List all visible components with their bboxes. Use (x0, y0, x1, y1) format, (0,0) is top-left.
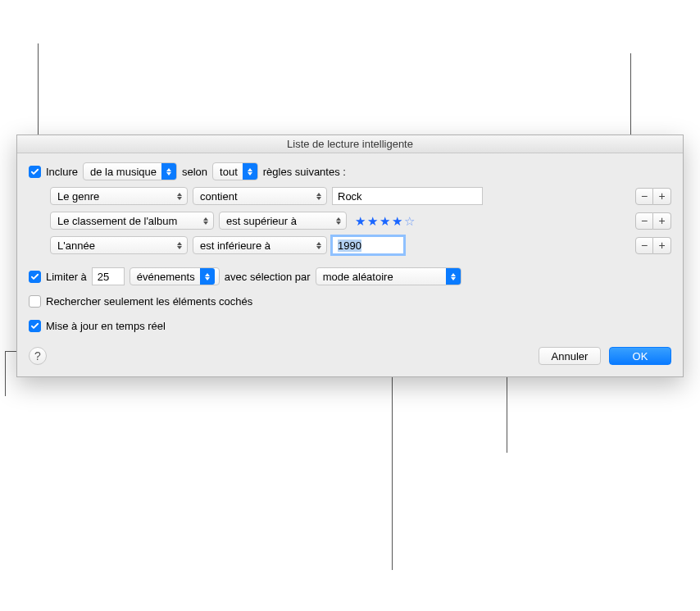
minus-icon: − (641, 189, 648, 203)
chevron-up-down-icon (243, 163, 257, 180)
help-button[interactable]: ? (29, 347, 47, 365)
dialog-title: Liste de lecture intelligente (17, 135, 683, 153)
remove-rule-button[interactable]: − (635, 237, 653, 254)
rule-field-value: Le classement de l'album (57, 215, 198, 227)
limit-label: Limiter à (46, 271, 87, 283)
rule-row: Le classement de l'album est supérieur à… (29, 211, 671, 230)
rule-operator-value: est supérieur à (226, 215, 331, 227)
chevron-up-down-icon (311, 237, 326, 253)
rule-pm-group: − + (635, 188, 671, 205)
rule-pm-group: − + (635, 237, 671, 254)
rule-field-value: Le genre (57, 190, 172, 203)
limit-row: Limiter à 25 événements avec sélection p… (29, 267, 671, 286)
chevron-up-down-icon (200, 268, 215, 285)
mode-popup-value: tout (220, 166, 243, 178)
rule-row: Le genre contient Rock − + (29, 186, 671, 206)
rule-row: L'année est inférieure à 1990 − + (29, 235, 671, 255)
chevron-up-down-icon (172, 188, 187, 204)
callout-leader (5, 351, 6, 396)
minus-icon: − (641, 214, 648, 227)
limit-unit-value: événements (137, 271, 200, 283)
live-update-checkbox[interactable] (29, 320, 41, 332)
rule-value-stars[interactable] (352, 215, 415, 227)
rule-operator-value: est inférieure à (200, 239, 311, 252)
rule-field-popup[interactable]: L'année (50, 236, 188, 254)
rule-operator-popup[interactable]: est supérieur à (219, 212, 347, 230)
rule-operator-popup[interactable]: est inférieure à (193, 236, 327, 254)
plus-icon: + (658, 189, 665, 203)
limit-with-label: avec sélection par (225, 271, 311, 283)
add-rule-button[interactable]: + (653, 237, 671, 254)
rule-pm-group: − + (635, 212, 671, 230)
remove-rule-button[interactable]: − (635, 188, 653, 205)
rule-operator-popup[interactable]: contient (193, 187, 327, 205)
star-icon (355, 215, 366, 227)
rule-value-input[interactable]: Rock (332, 187, 483, 205)
by-label: selon (182, 166, 207, 178)
cancel-button[interactable]: Annuler (539, 347, 601, 365)
smart-playlist-dialog: Liste de lecture intelligente Inclure de… (16, 135, 684, 377)
checked-only-checkbox[interactable] (29, 295, 41, 308)
limit-count-value: 25 (98, 271, 109, 283)
rule-field-popup[interactable]: Le genre (50, 187, 188, 205)
live-update-row: Mise à jour en temps réel (29, 316, 671, 335)
rule-value-text: Rock (338, 190, 362, 203)
remove-rule-button[interactable]: − (635, 212, 653, 230)
include-checkbox[interactable] (29, 166, 41, 178)
live-update-label: Mise à jour en temps réel (46, 320, 166, 332)
match-rule-row: Inclure de la musique selon tout règles … (29, 162, 671, 181)
star-icon (392, 215, 402, 227)
chevron-up-down-icon (446, 268, 461, 285)
rule-value-text: 1990 (338, 239, 361, 252)
plus-icon: + (658, 239, 665, 252)
help-icon: ? (34, 349, 41, 362)
cancel-button-label: Annuler (552, 350, 589, 362)
star-icon (367, 215, 378, 227)
checked-only-row: Rechercher seulement les éléments cochés (29, 291, 671, 311)
ok-button[interactable]: OK (609, 347, 671, 365)
plus-icon: + (658, 214, 665, 227)
rule-operator-value: contient (200, 190, 311, 203)
chevron-up-down-icon (172, 237, 187, 253)
source-popup-value: de la musique (90, 166, 161, 178)
limit-count-input[interactable]: 25 (92, 267, 125, 285)
dialog-actions: ? Annuler OK (29, 347, 671, 365)
star-icon (404, 215, 415, 227)
source-popup[interactable]: de la musique (83, 162, 177, 180)
add-rule-button[interactable]: + (653, 212, 671, 230)
include-label: Inclure (46, 166, 78, 178)
limit-unit-popup[interactable]: événements (130, 267, 220, 285)
rule-field-popup[interactable]: Le classement de l'album (50, 212, 214, 230)
dialog-title-text: Liste de lecture intelligente (287, 138, 413, 150)
mode-popup[interactable]: tout (212, 162, 258, 180)
limit-mode-value: mode aléatoire (323, 271, 446, 283)
minus-icon: − (641, 239, 648, 252)
add-rule-button[interactable]: + (653, 188, 671, 205)
limit-checkbox[interactable] (29, 271, 41, 283)
rule-value-input[interactable]: 1990 (332, 236, 404, 254)
annotated-screenshot: Liste de lecture intelligente Inclure de… (0, 0, 700, 611)
chevron-up-down-icon (311, 188, 326, 204)
star-icon (380, 215, 390, 227)
rule-field-value: L'année (57, 239, 172, 252)
limit-mode-popup[interactable]: mode aléatoire (316, 267, 461, 285)
ok-button-label: OK (633, 350, 648, 362)
checked-only-label: Rechercher seulement les éléments cochés (46, 295, 252, 308)
chevron-up-down-icon (331, 212, 346, 229)
suffix-label: règles suivantes : (263, 166, 346, 178)
chevron-up-down-icon (161, 163, 176, 180)
dialog-content: Inclure de la musique selon tout règles … (17, 153, 683, 376)
chevron-up-down-icon (198, 212, 213, 229)
